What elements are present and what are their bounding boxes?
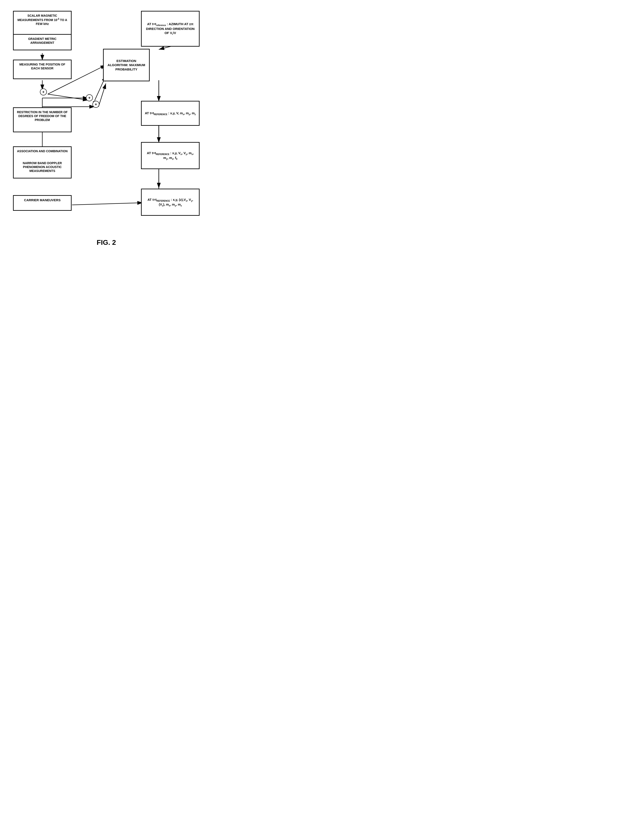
- svg-line-4: [48, 94, 88, 100]
- measuring-position-label: MEASURING THE POSITION OF EACH SENSOR: [19, 63, 65, 70]
- association-combination-box: ASSOCIATION AND COMBINATION: [13, 146, 71, 159]
- circle-plus-3: +: [92, 101, 99, 108]
- scalar-magnetic-label: SCALAR MAGNETIC MEASUREMENTS FROM 10-5 T…: [17, 14, 67, 25]
- estimation-algorithm-label: ESTIMATION ALGORITHM: MAXIMUM PROBABILIT…: [107, 59, 146, 71]
- diagram-container: SCALAR MAGNETIC MEASUREMENTS FROM 10-5 T…: [9, 6, 204, 234]
- output2-label: AT t=tREFERENCE : x,y, Vx, Vy, mx, my, m…: [145, 151, 196, 161]
- output3-box: AT t=tREFERENCE : x,y, (z),Vx, Vy, (Vz),…: [141, 189, 199, 216]
- scalar-magnetic-box: SCALAR MAGNETIC MEASUREMENTS FROM 10-5 T…: [13, 11, 71, 35]
- figure-label: FIG. 2: [9, 238, 204, 246]
- circle-plus-2: +: [86, 94, 93, 101]
- circle-plus-1: +: [40, 88, 47, 95]
- measuring-position-box: MEASURING THE POSITION OF EACH SENSOR: [13, 60, 71, 79]
- restriction-label: RESTRICTION IN THE NUMBER OF DEGREES OF …: [17, 111, 68, 122]
- output2-box: AT t=tREFERENCE : x,y, Vx, Vy, mx, my, m…: [141, 142, 199, 169]
- svg-line-21: [72, 203, 143, 205]
- azimuth-box: AT t=treference : AZIMUTH AT ±π DIRECTIO…: [141, 11, 199, 47]
- carrier-maneuvers-box: CARRIER MANEUVERS: [13, 195, 71, 211]
- gradient-metric-label: GRADIENT METRIC ARRANGEMENT: [28, 37, 57, 44]
- association-combination-label: ASSOCIATION AND COMBINATION: [17, 149, 68, 153]
- azimuth-label: AT t=treference : AZIMUTH AT ±π DIRECTIO…: [145, 22, 196, 36]
- carrier-maneuvers-label: CARRIER MANEUVERS: [24, 198, 60, 202]
- output1-label: AT t=tREFERENCE : x,y, V, mx, my, mz: [145, 111, 196, 116]
- output1-box: AT t=tREFERENCE : x,y, V, mx, my, mz: [141, 101, 199, 126]
- gradient-metric-box: GRADIENT METRIC ARRANGEMENT: [13, 35, 71, 50]
- estimation-algorithm-box: ESTIMATION ALGORITHM: MAXIMUM PROBABILIT…: [103, 49, 150, 81]
- output3-label: AT t=tREFERENCE : x,y, (z),Vx, Vy, (Vz),…: [145, 197, 196, 207]
- narrow-band-box: NARROW BAND DOPPLER PHENOMENON ACOUSTIC …: [13, 159, 71, 178]
- narrow-band-label: NARROW BAND DOPPLER PHENOMENON ACOUSTIC …: [23, 161, 62, 173]
- svg-line-7: [98, 84, 106, 107]
- restriction-box: RESTRICTION IN THE NUMBER OF DEGREES OF …: [13, 107, 71, 132]
